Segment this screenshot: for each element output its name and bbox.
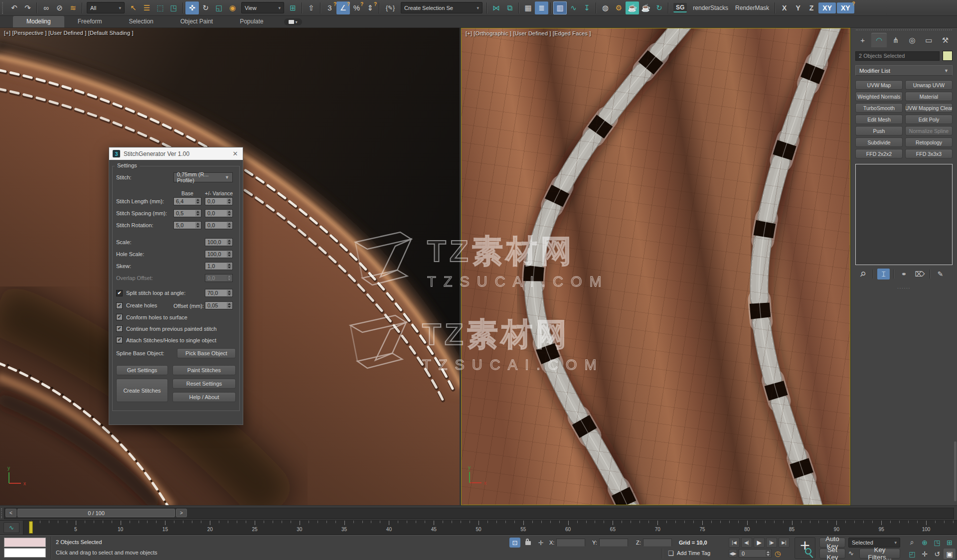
spinner-field[interactable]: 0,05 [205,301,233,309]
constraint-xy-button[interactable]: XY [818,2,836,13]
spinner-field[interactable]: 0,0 [205,221,233,229]
modifier-button-weighted-normals[interactable]: Weighted Normals [855,92,903,101]
viewport-label[interactable]: [+] [Perspective ] [User Defined ] [Defa… [4,30,134,36]
time-slider-grip[interactable] [1,508,2,518]
dialog-titlebar[interactable]: 3 StitchGenerator Ver 1.00 ✕ [109,147,243,160]
modifier-button-uvw-map[interactable]: UVW Map [855,80,903,90]
modifier-button-push[interactable]: Push [855,126,903,136]
show-end-result-icon[interactable]: ⌶ [877,269,890,280]
new-key-tangent-icon[interactable]: ∿ [848,550,854,557]
redo-icon[interactable]: ↷ [21,1,34,14]
maxscript-mini-listener-pink[interactable] [4,538,46,547]
use-pivot-point-center-icon[interactable]: ⇧ [305,1,318,14]
utilities-tab[interactable]: ⚒ [938,33,953,47]
create-stitches-button[interactable]: Create Stitches [116,379,168,402]
paint-stitches-button[interactable]: Paint Stitches [172,365,236,375]
checkbox[interactable]: ✔ [116,325,123,332]
ribbon-config-dropdown[interactable]: ▾ [284,18,302,25]
select-and-move-icon[interactable]: ✜ [185,1,199,14]
percent-snap-toggle-icon[interactable]: %? [350,1,363,14]
constraint-x-button[interactable]: X [778,2,791,13]
render-production-icon[interactable]: ☕ [639,1,652,14]
schematic-view-icon[interactable]: ↧ [580,1,594,14]
previous-key-button[interactable]: ◀| [741,538,752,548]
help-about-button[interactable]: Help / About [172,392,236,402]
select-and-link-icon[interactable]: ∞ [39,1,53,14]
spinner-snap-toggle-icon[interactable]: ⇕? [363,1,377,14]
track-bar[interactable]: 0510152025303540455055606570758085909510… [0,520,957,535]
angle-snap-toggle-icon[interactable]: ∠? [336,1,350,14]
toggle-scene-explorer-icon[interactable]: ▦ [521,1,535,14]
rendered-frame-window-icon[interactable]: ☕ [626,1,639,14]
modifier-button-unwrap-uvw[interactable]: Unwrap UVW [905,80,953,90]
current-frame-marker[interactable] [29,521,33,534]
add-time-tag[interactable]: Add Time Tag [677,550,710,556]
named-selection-sets-dropdown[interactable]: Create Selection Se▾ [401,2,482,13]
renderstacks-logo[interactable]: SG [673,3,687,12]
key-filters-button[interactable]: Key Filters... [859,549,900,559]
panel-rollout-divider[interactable]: ∙∙∙∙∙∙ [851,285,957,290]
zoom-icon[interactable]: ⌕ [906,537,918,548]
spinner-field[interactable]: 100,0 [205,250,233,258]
time-configuration-icon[interactable]: ◷ [775,550,781,558]
select-and-rotate-icon[interactable]: ↻ [199,1,212,14]
unlink-selection-icon[interactable]: ⊘ [53,1,66,14]
pick-base-object-button[interactable]: Pick Base Object [177,348,236,358]
maxscript-mini-listener-white[interactable] [4,548,46,558]
spinner-field[interactable]: 0,0 [205,197,233,205]
viewport-orthographic[interactable]: x y [+] [Orthographic ] [User Defined ] … [461,28,850,505]
mirror-icon[interactable]: ⋈ [489,1,503,14]
modifier-list-dropdown[interactable]: Modifier List ▼ [855,65,953,76]
checkbox[interactable]: ✔ [116,290,123,296]
modifier-button-edit-mesh[interactable]: Edit Mesh [855,115,903,124]
y-coordinate-field[interactable] [599,539,628,547]
constraint-xy-snap-button[interactable]: XY? [837,2,854,13]
configure-modifier-sets-icon[interactable]: ✎ [934,269,947,280]
zoom-extents-all-icon[interactable]: ⊞ [944,537,956,548]
ribbon-tab-selection[interactable]: Selection [115,16,166,27]
make-unique-icon[interactable]: ⚭ [898,269,910,280]
bind-to-space-warp-icon[interactable]: ≋ [66,1,80,14]
reset-settings-button[interactable]: Reset Settings [172,379,236,389]
modifier-button-ffd-3x3x3[interactable]: FFD 3x3x3 [905,149,953,158]
renderstacks-label[interactable]: renderStacks [689,4,732,11]
isolate-selection-toggle-icon[interactable]: ⊡ [509,538,520,548]
modifier-button-edit-poly[interactable]: Edit Poly [905,115,953,124]
reference-coordinate-system-dropdown[interactable]: View▾ [241,2,284,13]
current-frame-readout[interactable]: 0 / 100 [17,509,175,517]
constraint-y-button[interactable]: Y [792,2,804,13]
edit-named-selection-sets-icon[interactable]: {✎} [382,1,399,14]
go-to-start-button[interactable]: |◀ [729,538,740,548]
play-button[interactable]: ▶ [754,538,765,548]
material-editor-icon[interactable]: ◍ [599,1,612,14]
toolbar-grip[interactable] [2,2,5,14]
window-crossing-icon[interactable]: ◳ [167,1,180,14]
next-frame-button[interactable]: > [176,509,187,517]
z-coordinate-field[interactable] [643,539,672,547]
maximize-viewport-toggle-icon[interactable]: ▣ [944,549,956,559]
x-coordinate-field[interactable] [556,539,585,547]
modifier-stack[interactable] [855,164,953,265]
go-to-end-button[interactable]: ▶| [779,538,790,548]
hierarchy-tab[interactable]: ⋔ [888,33,903,47]
snaps-toggle-icon[interactable]: 3? [323,1,336,14]
motion-tab[interactable]: ◎ [905,33,920,47]
ribbon-tab-modeling[interactable]: Modeling [13,16,64,27]
spinner-field[interactable]: 5,0 [173,221,201,229]
spinner-field[interactable]: 1,0 [205,262,233,270]
modifier-button-retopology[interactable]: Retopology [905,138,953,147]
checkbox[interactable]: ✔ [116,302,123,309]
set-keys-button[interactable]: + [795,537,815,559]
create-tab[interactable]: + [855,33,870,47]
zoom-extents-icon[interactable]: ◳ [931,537,943,548]
undo-icon[interactable]: ↶ [7,1,21,14]
select-by-name-icon[interactable]: ☰ [140,1,154,14]
toggle-layer-explorer-icon[interactable]: ≣ [535,1,548,14]
time-slider-thumb[interactable]: < 0 / 100 > [5,509,187,517]
selection-filter-dropdown[interactable]: All▾ [87,2,125,13]
spinner-field[interactable]: 0,5 [173,209,201,217]
key-mode-toggle-icon[interactable]: ◀▶ [729,549,737,558]
object-name-field[interactable]: 2 Objects Selected [855,51,940,61]
selection-lock-toggle-icon[interactable] [525,541,531,545]
modifier-button-ffd-2x2x2[interactable]: FFD 2x2x2 [855,149,903,158]
